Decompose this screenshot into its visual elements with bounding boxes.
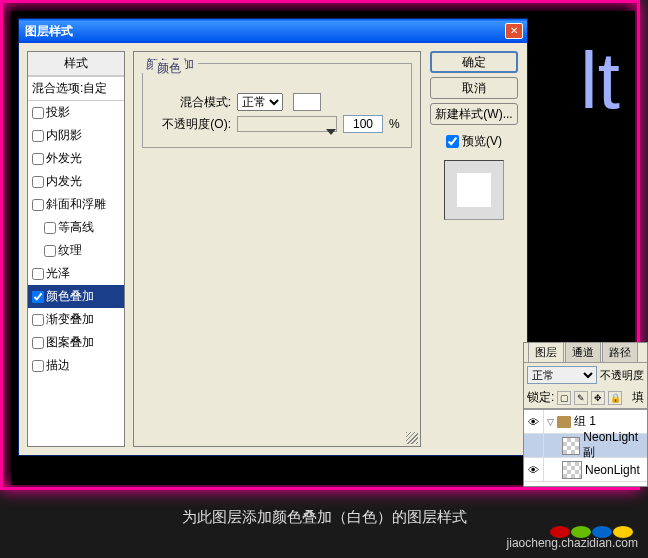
style-checkbox[interactable] <box>32 337 44 349</box>
close-button[interactable]: ✕ <box>505 23 523 39</box>
style-item[interactable]: 渐变叠加 <box>28 308 124 331</box>
watermark: jiaocheng.chazidian.com <box>507 536 638 550</box>
style-label: 纹理 <box>58 242 82 259</box>
cancel-button[interactable]: 取消 <box>430 77 518 99</box>
new-style-button[interactable]: 新建样式(W)... <box>430 103 518 125</box>
layers-panel: 图层 通道 路径 正常 不透明度 锁定: ▢ ✎ ✥ 🔒 填 👁 ▽组 1 Ne… <box>523 342 648 487</box>
style-checkbox[interactable] <box>44 222 56 234</box>
style-checkbox[interactable] <box>32 176 44 188</box>
caption: 为此图层添加颜色叠加（白色）的图层样式 <box>0 508 648 527</box>
style-checkbox[interactable] <box>32 291 44 303</box>
layer-style-dialog: 图层样式 ✕ 样式 混合选项:自定 投影内阴影外发光内发光斜面和浮雕等高线纹理光… <box>18 18 528 456</box>
style-item[interactable]: 内阴影 <box>28 124 124 147</box>
preview-swatch <box>457 173 491 207</box>
lock-paint-icon[interactable]: ✎ <box>574 391 588 405</box>
button-panel: 确定 取消 新建样式(W)... 预览(V) <box>429 51 519 447</box>
style-item[interactable]: 描边 <box>28 354 124 377</box>
layer-thumb <box>562 461 582 479</box>
preview-box <box>444 160 504 220</box>
tab-layers[interactable]: 图层 <box>528 342 564 362</box>
style-checkbox[interactable] <box>32 314 44 326</box>
opacity-input[interactable] <box>343 115 383 133</box>
styles-header[interactable]: 样式 <box>28 52 124 76</box>
tab-paths[interactable]: 路径 <box>602 342 638 362</box>
layer-row[interactable]: NeonLight 副 <box>524 434 647 458</box>
style-label: 内阴影 <box>46 127 82 144</box>
style-label: 内发光 <box>46 173 82 190</box>
preview-checkbox[interactable]: 预览(V) <box>446 133 502 150</box>
style-label: 外发光 <box>46 150 82 167</box>
lock-transparency-icon[interactable]: ▢ <box>557 391 571 405</box>
style-item[interactable]: 图案叠加 <box>28 331 124 354</box>
style-label: 图案叠加 <box>46 334 94 351</box>
style-label: 光泽 <box>46 265 70 282</box>
color-fieldset: 颜色 混合模式: 正常 不透明度(O): % <box>142 63 412 148</box>
folder-icon <box>557 416 571 428</box>
style-label: 渐变叠加 <box>46 311 94 328</box>
tab-channels[interactable]: 通道 <box>565 342 601 362</box>
canvas-text: lt <box>580 41 620 121</box>
blend-options-item[interactable]: 混合选项:自定 <box>28 76 124 101</box>
color-swatch[interactable] <box>293 93 321 111</box>
style-checkbox[interactable] <box>32 153 44 165</box>
style-item[interactable]: 光泽 <box>28 262 124 285</box>
eye-icon[interactable]: 👁 <box>528 416 539 428</box>
lock-all-icon[interactable]: 🔒 <box>608 391 622 405</box>
style-checkbox[interactable] <box>44 245 56 257</box>
dialog-title: 图层样式 <box>23 23 505 40</box>
eye-icon[interactable]: 👁 <box>528 464 539 476</box>
layer-blend-select[interactable]: 正常 <box>527 366 597 384</box>
style-item[interactable]: 纹理 <box>28 239 124 262</box>
layer-row[interactable]: 👁 NeonLight <box>524 458 647 482</box>
resize-grip[interactable] <box>406 432 418 444</box>
lock-label: 锁定: <box>527 389 554 406</box>
opacity-slider[interactable] <box>237 116 337 132</box>
fill-label: 填 <box>632 389 644 406</box>
group-name: 组 1 <box>574 413 596 430</box>
layer-thumb <box>562 437 580 455</box>
lock-move-icon[interactable]: ✥ <box>591 391 605 405</box>
style-checkbox[interactable] <box>32 107 44 119</box>
style-label: 投影 <box>46 104 70 121</box>
style-label: 等高线 <box>58 219 94 236</box>
style-checkbox[interactable] <box>32 360 44 372</box>
preview-check-input[interactable] <box>446 135 459 148</box>
color-group-label: 颜色 <box>153 60 185 77</box>
settings-panel: 颜色叠加 颜色 混合模式: 正常 不透明度(O): % <box>133 51 421 447</box>
disclosure-icon[interactable]: ▽ <box>547 417 554 427</box>
layer-list: 👁 ▽组 1 NeonLight 副 👁 NeonLight <box>524 409 647 486</box>
style-checkbox[interactable] <box>32 199 44 211</box>
titlebar[interactable]: 图层样式 ✕ <box>19 19 527 43</box>
style-item[interactable]: 内发光 <box>28 170 124 193</box>
layer-name: NeonLight 副 <box>583 430 647 461</box>
blend-mode-label: 混合模式: <box>153 94 231 111</box>
style-item[interactable]: 外发光 <box>28 147 124 170</box>
style-item[interactable]: 投影 <box>28 101 124 124</box>
style-checkbox[interactable] <box>32 130 44 142</box>
opacity-label: 不透明度(O): <box>153 116 231 133</box>
layers-tabs: 图层 通道 路径 <box>524 343 647 363</box>
style-label: 斜面和浮雕 <box>46 196 106 213</box>
layer-name: NeonLight <box>585 463 640 477</box>
styles-list: 样式 混合选项:自定 投影内阴影外发光内发光斜面和浮雕等高线纹理光泽颜色叠加渐变… <box>27 51 125 447</box>
blend-mode-select[interactable]: 正常 <box>237 93 283 111</box>
layer-opacity-label: 不透明度 <box>600 368 644 383</box>
style-label: 颜色叠加 <box>46 288 94 305</box>
style-checkbox[interactable] <box>32 268 44 280</box>
style-label: 描边 <box>46 357 70 374</box>
style-item[interactable]: 斜面和浮雕 <box>28 193 124 216</box>
opacity-unit: % <box>389 117 400 131</box>
style-item[interactable]: 颜色叠加 <box>28 285 124 308</box>
style-item[interactable]: 等高线 <box>28 216 124 239</box>
ok-button[interactable]: 确定 <box>430 51 518 73</box>
